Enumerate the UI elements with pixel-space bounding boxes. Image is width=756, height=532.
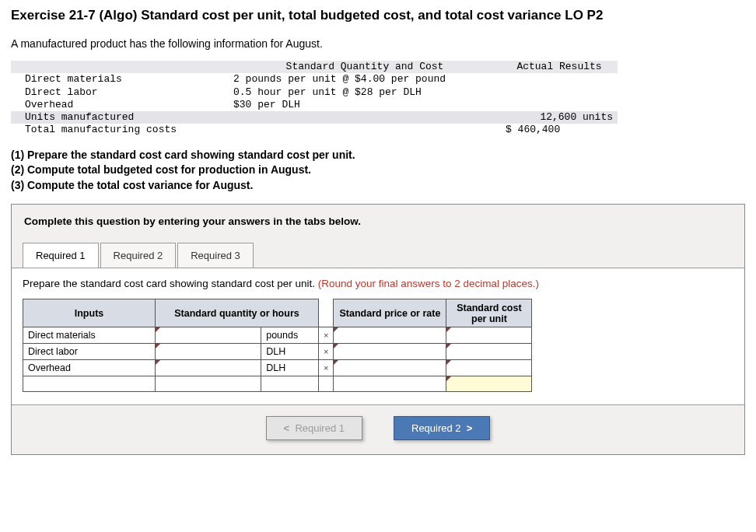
grid-total-label[interactable] [23,376,156,392]
tab-prompt-note: (Round your final answers to 2 decimal p… [318,278,539,289]
question-1: (1) Prepare the standard cost card showi… [11,149,355,161]
info-row-std: 2 pounds per unit @ $4.00 per pound [229,73,501,86]
question-2: (2) Compute total budgeted cost for prod… [11,163,311,176]
info-row-act [501,99,618,111]
multiply-symbol: × [319,344,334,360]
tab-required-2[interactable]: Required 2 [100,243,177,268]
tab-prompt-main: Prepare the standard cost card showing s… [23,278,318,289]
prev-button-label: Required 1 [295,422,345,434]
info-header-actual: Actual Results [501,61,618,73]
grid-empty [334,376,446,392]
grid-header-sqh: Standard quantity or hours [156,299,319,327]
grid-qty-input[interactable] [156,327,261,344]
grid-total-output[interactable] [446,376,532,392]
grid-rate-input[interactable] [334,360,446,376]
grid-header-inputs: Inputs [23,299,156,327]
answer-grid: Inputs Standard quantity or hours Standa… [23,299,532,392]
grid-empty [156,376,261,392]
tab-row: Required 1 Required 2 Required 3 [12,243,744,268]
multiply-symbol: × [319,360,334,376]
next-button-label: Required 2 [411,422,461,434]
multiply-symbol: × [319,327,334,344]
grid-rate-input[interactable] [334,327,446,344]
info-row-label: Direct materials [11,73,229,86]
grid-cost-output[interactable] [446,327,532,344]
box-instruction: Complete this question by entering your … [12,205,744,243]
info-row-act: 12,600 units [501,111,618,124]
grid-row-label: Direct materials [23,327,156,344]
info-row-label: Overhead [11,99,229,111]
next-button[interactable]: Required 2 > [394,416,490,440]
grid-unit[interactable]: DLH [261,360,319,376]
grid-qty-input[interactable] [156,360,261,376]
info-row-std: 0.5 hour per unit @ $28 per DLH [229,86,501,99]
question-list: (1) Prepare the standard cost card showi… [11,148,745,194]
grid-row-label: Overhead [23,360,156,376]
nav-row: < Required 1 Required 2 > [12,405,744,454]
grid-empty [261,376,319,392]
info-row-std [229,111,501,124]
exercise-title: Exercise 21-7 (Algo) Standard cost per u… [11,8,745,23]
info-table: Standard Quantity and Cost Actual Result… [11,61,618,137]
grid-unit[interactable]: pounds [261,327,319,344]
grid-empty [319,376,334,392]
answer-box: Complete this question by entering your … [11,204,745,455]
chevron-left-icon: < [284,422,290,434]
info-row-std [229,124,501,136]
info-row-label: Total manufacturing costs [11,124,229,136]
grid-header-spr: Standard price or rate [334,299,446,327]
grid-row-label: Direct labor [23,344,156,360]
prev-button[interactable]: < Required 1 [266,416,362,440]
info-header-standard: Standard Quantity and Cost [229,61,501,73]
intro-text: A manufactured product has the following… [11,37,745,50]
info-row-act [501,86,618,99]
chevron-right-icon: > [467,422,473,434]
info-row-std: $30 per DLH [229,99,501,111]
grid-cost-output[interactable] [446,360,532,376]
grid-rate-input[interactable] [334,344,446,360]
grid-header-scpu: Standard cost per unit [446,299,532,327]
tab-body: Prepare the standard cost card showing s… [12,268,744,405]
grid-unit[interactable]: DLH [261,344,319,360]
grid-qty-input[interactable] [156,344,261,360]
grid-cost-output[interactable] [446,344,532,360]
info-row-label: Units manufactured [11,111,229,124]
info-row-act [501,73,618,86]
tab-required-3[interactable]: Required 3 [177,243,254,268]
info-row-label: Direct labor [11,86,229,99]
tab-required-1[interactable]: Required 1 [23,243,99,268]
question-3: (3) Compute the total cost variance for … [11,179,253,191]
info-row-act: $ 460,400 [501,124,618,136]
tab-prompt: Prepare the standard cost card showing s… [23,278,733,289]
